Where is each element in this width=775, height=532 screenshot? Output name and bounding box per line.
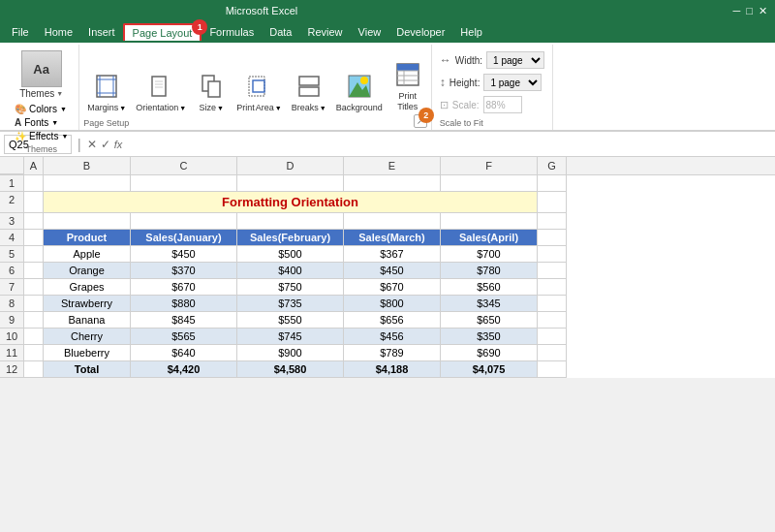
header-cell[interactable]: Sales(April) [441, 230, 538, 246]
data-cell[interactable]: $500 [237, 246, 344, 263]
menu-developer[interactable]: Developer [388, 24, 452, 40]
header-cell[interactable]: Product [44, 230, 131, 246]
data-cell[interactable]: $750 [237, 279, 344, 296]
minimize-icon[interactable]: ─ [733, 5, 741, 17]
data-cell[interactable]: $880 [131, 296, 237, 312]
cell[interactable] [538, 361, 567, 378]
size-button[interactable]: Size ▼ [192, 69, 231, 114]
col-header-b[interactable]: B [44, 157, 131, 174]
data-cell[interactable]: $745 [237, 329, 344, 345]
row-number[interactable]: 7 [0, 279, 24, 296]
print-titles-button[interactable]: PrintTitles [388, 57, 427, 114]
cell[interactable] [44, 175, 131, 192]
cell[interactable] [538, 312, 567, 329]
cell[interactable] [538, 263, 567, 279]
cell[interactable] [44, 213, 131, 230]
data-cell[interactable]: $345 [441, 296, 538, 312]
data-cell[interactable]: $650 [441, 312, 538, 329]
col-header-a[interactable]: A [24, 157, 44, 174]
cell-a[interactable] [24, 175, 44, 192]
col-header-g[interactable]: G [538, 157, 567, 174]
data-cell-product[interactable]: Banana [44, 312, 131, 329]
menu-page-layout[interactable]: Page Layout 1 [123, 23, 202, 41]
col-header-d[interactable]: D [237, 157, 344, 174]
data-cell-product[interactable]: Orange [44, 263, 131, 279]
data-cell[interactable]: $450 [344, 263, 441, 279]
col-header-f[interactable]: F [441, 157, 538, 174]
data-cell[interactable]: $560 [441, 279, 538, 296]
menu-data[interactable]: Data [262, 24, 299, 40]
data-cell[interactable]: $670 [344, 279, 441, 296]
header-cell[interactable]: Sales(February) [237, 230, 344, 246]
menu-formulas[interactable]: Formulas [202, 24, 262, 40]
data-cell-product[interactable]: Apple [44, 246, 131, 263]
data-cell[interactable]: $4,420 [131, 361, 237, 378]
col-header-e[interactable]: E [344, 157, 441, 174]
data-cell[interactable]: $550 [237, 312, 344, 329]
effects-button[interactable]: ✨ Effects ▼ [12, 130, 71, 142]
cell-a[interactable] [24, 192, 44, 213]
cell[interactable] [237, 213, 344, 230]
menu-file[interactable]: File [4, 24, 37, 40]
cell[interactable] [237, 175, 344, 192]
data-cell[interactable]: $400 [237, 263, 344, 279]
row-number[interactable]: 4 [0, 230, 24, 246]
maximize-icon[interactable]: □ [746, 5, 753, 17]
formula-input[interactable] [126, 137, 771, 152]
data-cell[interactable]: $456 [344, 329, 441, 345]
data-cell[interactable]: $565 [131, 329, 237, 345]
cell[interactable] [538, 296, 567, 312]
close-icon[interactable]: ✕ [759, 5, 767, 17]
row-number[interactable]: 3 [0, 213, 24, 230]
cell-a[interactable] [24, 279, 44, 296]
data-cell[interactable]: $900 [237, 345, 344, 361]
menu-view[interactable]: View [351, 24, 389, 40]
formula-confirm-icon[interactable]: ✓ [101, 138, 110, 151]
cell-a[interactable] [24, 296, 44, 312]
scale-input[interactable] [483, 96, 522, 113]
cell-a[interactable] [24, 230, 44, 246]
cell[interactable] [441, 175, 538, 192]
row-number[interactable]: 12 [0, 361, 24, 378]
margins-button[interactable]: Margins ▼ [83, 69, 130, 114]
width-select[interactable]: 1 page [486, 51, 544, 69]
row-number[interactable]: 9 [0, 312, 24, 329]
data-cell-product[interactable]: Blueberry [44, 345, 131, 361]
cell-a[interactable] [24, 263, 44, 279]
cell-a[interactable] [24, 312, 44, 329]
row-number[interactable]: 10 [0, 329, 24, 345]
themes-button[interactable]: Aa Themes ▼ [16, 48, 67, 101]
background-button[interactable]: Background [332, 69, 387, 114]
menu-home[interactable]: Home [37, 24, 80, 40]
data-cell[interactable]: $370 [131, 263, 237, 279]
data-cell[interactable]: $4,580 [237, 361, 344, 378]
data-cell-product[interactable]: Cherry [44, 329, 131, 345]
cell-a[interactable] [24, 345, 44, 361]
page-setup-dialog-launcher[interactable]: ↗ 2 [414, 114, 427, 128]
cell-a[interactable] [24, 361, 44, 378]
menu-review[interactable]: Review [299, 24, 350, 40]
formula-fx-icon[interactable]: fx [114, 139, 123, 150]
menu-help[interactable]: Help [452, 24, 490, 40]
cell[interactable] [131, 175, 237, 192]
col-header-c[interactable]: C [131, 157, 237, 174]
cell[interactable] [344, 175, 441, 192]
data-cell[interactable]: $800 [344, 296, 441, 312]
cell[interactable] [538, 246, 567, 263]
cell-a[interactable] [24, 329, 44, 345]
row-number[interactable]: 11 [0, 345, 24, 361]
data-cell[interactable]: $700 [441, 246, 538, 263]
cell[interactable] [538, 279, 567, 296]
cell-a[interactable] [24, 246, 44, 263]
data-cell[interactable]: $735 [237, 296, 344, 312]
cell[interactable] [538, 345, 567, 361]
data-cell-product[interactable]: Total [44, 361, 131, 378]
data-cell[interactable]: $640 [131, 345, 237, 361]
row-number[interactable]: 2 [0, 192, 24, 213]
data-cell[interactable]: $789 [344, 345, 441, 361]
data-cell[interactable]: $367 [344, 246, 441, 263]
cell[interactable] [538, 230, 567, 246]
colors-button[interactable]: 🎨 Colors ▼ [12, 103, 71, 115]
data-cell[interactable]: $845 [131, 312, 237, 329]
title-cell[interactable]: Formatting Orientation [44, 192, 538, 213]
